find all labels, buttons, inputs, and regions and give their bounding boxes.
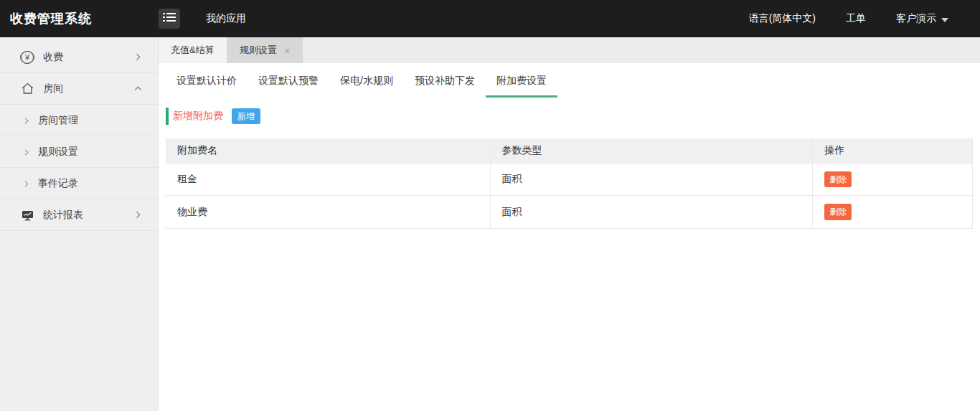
yen-circle-icon: ¥ (20, 51, 34, 64)
app-title: 收费管理系统 (0, 10, 159, 27)
sidebar-item-rule-settings[interactable]: 规则设置 (0, 136, 158, 168)
column-header-surcharge-name: 附加费名 (166, 138, 490, 164)
sidebar-item-label: 房间 (43, 82, 134, 95)
user-name-label: 客户演示 (896, 12, 936, 25)
sidebar-item-label: 事件记录 (38, 177, 142, 190)
tab-label: 规则设置 (240, 44, 277, 57)
cell-surcharge-name: 租金 (166, 164, 490, 196)
cell-param-type: 面积 (490, 196, 813, 228)
close-icon[interactable]: × (284, 45, 291, 56)
content-panel: 设置默认计价 设置默认预警 保电/水规则 预设补助下发 附加费设置 新增附加费 … (159, 63, 980, 229)
sidebar: ¥ 收费 房间 房间管理 (0, 37, 159, 411)
table-row: 物业费 面积 删除 (166, 196, 973, 228)
chevron-right-icon (134, 209, 142, 221)
main-area: 充值&结算 规则设置 × 设置默认计价 设置默认预警 保电/水规则 预设补助下发… (159, 37, 980, 411)
chevron-right-icon (24, 178, 29, 189)
subtab-default-pricing[interactable]: 设置默认计价 (166, 66, 248, 98)
subtab-nav: 设置默认计价 设置默认预警 保电/水规则 预设补助下发 附加费设置 (166, 66, 973, 98)
my-apps-link[interactable]: 我的应用 (206, 12, 246, 25)
sidebar-item-room-management[interactable]: 房间管理 (0, 105, 158, 136)
delete-button[interactable]: 删除 (824, 204, 852, 219)
sidebar-item-label: 收费 (43, 51, 134, 64)
chevron-up-icon (134, 83, 142, 95)
sidebar-item-label: 房间管理 (38, 114, 142, 127)
chevron-right-icon (134, 52, 142, 63)
top-header: 收费管理系统 我的应用 语言(简体中文) 工单 客户演示 (0, 0, 980, 37)
subtab-surcharge-settings[interactable]: 附加费设置 (486, 66, 557, 98)
section-accent-bar (166, 108, 169, 125)
delete-button[interactable]: 删除 (824, 171, 852, 187)
sidebar-item-event-records[interactable]: 事件记录 (0, 168, 158, 199)
sidebar-item-label: 统计报表 (43, 209, 134, 222)
chevron-right-icon (24, 146, 29, 158)
tab-label: 充值&结算 (171, 44, 215, 57)
add-surcharge-button[interactable]: 新增 (232, 108, 260, 124)
open-tabs-bar: 充值&结算 规则设置 × (159, 37, 980, 63)
cell-param-type: 面积 (490, 164, 813, 196)
work-order-link[interactable]: 工单 (846, 12, 866, 25)
language-selector[interactable]: 语言(简体中文) (749, 12, 816, 25)
cell-surcharge-name: 物业费 (166, 196, 490, 228)
surcharge-table: 附加费名 参数类型 操作 租金 面积 删除 物业费 (166, 138, 973, 229)
table-header-row: 附加费名 参数类型 操作 (166, 138, 973, 164)
sidebar-item-statistics-reports[interactable]: 统计报表 (0, 199, 158, 231)
home-icon (20, 82, 34, 95)
subtab-default-warning[interactable]: 设置默认预警 (248, 66, 329, 98)
tab-rule-settings[interactable]: 规则设置 × (227, 37, 303, 63)
tab-recharge-settlement[interactable]: 充值&结算 (159, 37, 227, 63)
column-header-actions: 操作 (813, 138, 973, 164)
section-header: 新增附加费 新增 (166, 108, 973, 125)
subtab-preset-subsidy[interactable]: 预设补助下发 (404, 66, 486, 98)
column-header-param-type: 参数类型 (490, 138, 813, 164)
subtab-power-water-rules[interactable]: 保电/水规则 (329, 66, 404, 98)
sidebar-item-rooms[interactable]: 房间 (0, 73, 158, 105)
sidebar-item-charging[interactable]: ¥ 收费 (0, 42, 158, 73)
sidebar-item-label: 规则设置 (38, 146, 142, 159)
list-menu-icon (162, 11, 176, 26)
header-right-group: 语言(简体中文) 工单 客户演示 (749, 12, 980, 25)
app-menu-button[interactable] (159, 9, 180, 29)
cell-actions: 删除 (813, 196, 973, 228)
table-row: 租金 面积 删除 (166, 164, 973, 196)
section-title: 新增附加费 (173, 110, 223, 123)
user-menu[interactable]: 客户演示 (896, 12, 948, 25)
chevron-right-icon (24, 115, 29, 126)
chevron-down-icon (941, 13, 948, 24)
chart-board-icon (20, 209, 34, 221)
cell-actions: 删除 (813, 164, 973, 196)
